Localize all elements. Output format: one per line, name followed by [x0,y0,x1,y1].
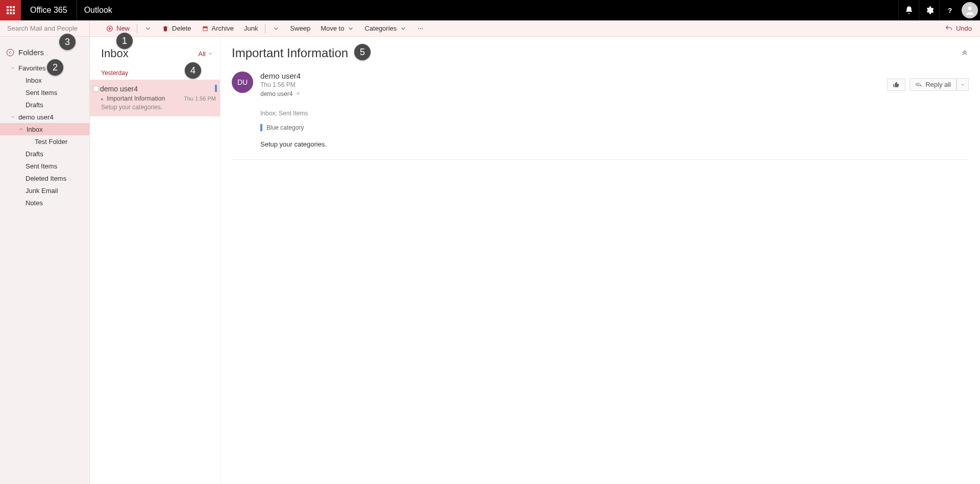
message-item[interactable]: demo user4 ▸ Important Information Thu 1… [90,80,220,116]
message-checkbox[interactable] [93,86,99,92]
folders-label: Folders [18,48,44,57]
more-icon [417,25,424,32]
sidebar-item-junk[interactable]: Junk Email [0,184,89,197]
like-button[interactable] [887,79,905,91]
sidebar-item-test-folder[interactable]: Test Folder [0,135,89,148]
sidebar-item-deleted[interactable]: Deleted Items [0,172,89,184]
svg-rect-8 [203,28,207,30]
sidebar-item-drafts[interactable]: Drafts [0,148,89,160]
svg-point-10 [420,28,421,29]
chevron-down-icon [208,51,213,56]
junk-label: Junk [244,25,258,32]
delete-button[interactable]: Delete [157,20,197,36]
svg-point-12 [7,49,13,56]
favorites-section[interactable]: Favorites [0,62,89,74]
topbar: Office 365 Outlook ? [0,0,980,20]
moveto-label: Move to [321,25,344,32]
archive-button[interactable]: Archive [197,20,239,36]
moveto-button[interactable]: Move to [315,20,359,36]
sidebar-item-sent[interactable]: Sent Items [0,160,89,172]
reply-all-label: Reply all [925,81,951,88]
sidebar: Folders Favorites Inbox Sent Items Draft… [0,37,90,484]
thumbs-up-icon [893,81,900,88]
svg-point-9 [419,28,420,29]
bell-icon [904,6,914,15]
folders-header[interactable]: Folders [0,37,89,62]
settings-button[interactable] [919,0,939,20]
help-button[interactable]: ? [939,0,960,20]
message-preview: Setup your categories. [101,104,216,111]
account-section[interactable]: demo user4 [0,111,89,123]
message-time: Thu 1:56 PM [184,95,216,102]
reading-pane: Important Information DU demo user4 Thu … [220,37,980,484]
sidebar-item-fav-drafts[interactable]: Drafts [0,99,89,111]
sender-time: Thu 1:56 PM [260,81,301,88]
message-body: Setup your categories. [260,140,969,148]
sidebar-item-inbox[interactable]: Inbox [0,123,89,135]
help-icon: ? [945,6,954,15]
sweep-button[interactable]: Sweep [285,20,315,36]
recipient-dropdown-icon[interactable] [296,91,301,96]
chevron-up-icon [10,65,15,70]
brand-link[interactable]: Office 365 [21,0,77,20]
sidebar-item-fav-inbox[interactable]: Inbox [0,74,89,86]
undo-button[interactable]: Undo [945,25,980,33]
categories-button[interactable]: Categories [359,20,412,36]
chevron-down-icon [960,82,965,87]
notifications-button[interactable] [898,0,919,20]
toolbar-divider [265,24,265,33]
chevron-up-icon [18,127,23,132]
person-icon [964,5,975,16]
folder-title: Inbox [101,47,199,60]
filter-label: All [199,50,206,58]
message-list-pane: Inbox All Yesterday demo user4 ▸ Importa… [90,37,220,484]
expand-button[interactable] [961,48,969,58]
chevron-down-icon [400,25,407,32]
toolbar-divider [137,24,137,33]
sender-avatar: DU [232,71,253,93]
new-button[interactable]: New [101,20,135,36]
category-indicator [215,85,217,92]
junk-dropdown[interactable] [267,20,285,36]
category-row[interactable]: Blue category [260,124,969,131]
delete-label: Delete [172,25,191,32]
message-separator [232,159,969,160]
sidebar-item-fav-sent[interactable]: Sent Items [0,86,89,99]
undo-label: Undo [956,25,972,32]
more-button[interactable] [412,20,429,36]
filter-dropdown[interactable]: All [199,50,213,58]
message-subject: Important Information [107,95,181,102]
search-input[interactable] [7,25,93,32]
app-launcher[interactable] [0,0,21,20]
reply-all-icon [915,81,922,88]
message-location: Inbox; Sent Items [260,110,969,117]
back-arrow-icon [6,49,14,57]
svg-point-11 [422,28,423,29]
message-from: demo user4 [100,85,216,93]
undo-icon [945,25,953,33]
reply-dropdown[interactable] [957,78,969,91]
reply-all-button[interactable]: Reply all [910,78,957,91]
reading-subject: Important Information [232,46,348,60]
chevron-down-icon [347,25,354,32]
favorites-label: Favorites [18,64,45,72]
sidebar-item-notes[interactable]: Notes [0,197,89,209]
gear-icon [925,6,934,15]
svg-point-1 [968,7,971,10]
toolbar: New Delete Archive Junk Sweep Move to C [0,20,980,37]
chevron-down-icon [273,25,280,32]
junk-button[interactable]: Junk [239,20,263,36]
chevron-up-icon [10,114,15,119]
waffle-icon [7,6,15,14]
archive-icon [202,25,209,32]
user-avatar[interactable] [960,0,980,20]
svg-rect-7 [203,26,207,27]
archive-label: Archive [212,25,234,32]
plus-icon [106,25,113,32]
chevron-down-icon [144,25,152,32]
recipient: demo user4 [260,90,292,98]
double-chevron-up-icon [961,48,969,56]
categories-label: Categories [364,25,397,32]
date-separator: Yesterday [90,62,220,80]
new-dropdown[interactable] [139,20,157,36]
